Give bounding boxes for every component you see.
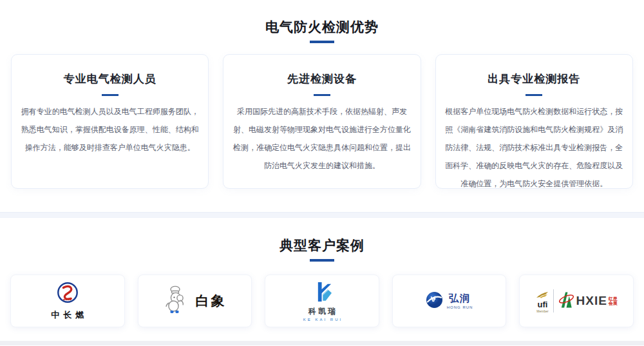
ufi-member-label: Member (536, 309, 548, 313)
card-title: 出具专业检测报告 (436, 72, 632, 86)
section-divider-band (0, 212, 644, 218)
customer-logo-zhongchangran: 中长燃 (10, 274, 125, 327)
advantage-card-report: 出具专业检测报告 根据客户单位现场电气防火检测数据和运行状态，按照《湖南省建筑消… (435, 54, 633, 189)
hxie-green-mark-icon (558, 290, 574, 312)
advantages-title: 电气防火检测优势 (0, 19, 644, 34)
baixiang-elephant-mascot-icon (163, 285, 190, 317)
advantage-card-personnel: 专业电气检测人员 拥有专业的电气检测人员以及电气工程师服务团队，熟悉电气知识，掌… (11, 54, 209, 189)
advantage-card-row: 专业电气检测人员 拥有专业的电气检测人员以及电气工程师服务团队，熟悉电气知识，掌… (0, 54, 644, 189)
ufi-logo-text: ufi (538, 301, 548, 309)
customer-logo-baixiang: 白象 (138, 274, 252, 327)
card-title: 先进检测设备 (223, 72, 420, 86)
card-underline-bar (102, 94, 118, 96)
hxie-seal-bottom: 会展 (609, 301, 618, 305)
card-body-text: 拥有专业的电气检测人员以及电气工程师服务团队，熟悉电气知识，掌握供配电设备原理、… (12, 102, 208, 157)
card-body-text: 采用国际先进的高新技术手段，依据热辐射、声发射、电磁发射等物理现象对电气设施进行… (223, 102, 420, 175)
hongrun-globe-icon (426, 291, 443, 311)
customer-logo-row: 中长燃 (0, 274, 644, 327)
ufi-wings-icon (535, 289, 549, 301)
hxie-seal-top: 红星 (609, 296, 618, 301)
kekairui-logo-text: 科凯瑞 (308, 306, 337, 317)
advantage-card-equipment: 先进检测设备 采用国际先进的高新技术手段，依据热辐射、声发射、电磁发射等物理现象… (223, 54, 421, 189)
title-underline-bar (310, 259, 334, 262)
customer-logo-kekairui: 科凯瑞 KE KAI RUI (265, 274, 379, 327)
hongrun-logo-text: 弘润 (449, 293, 471, 305)
logo-vertical-divider (553, 289, 554, 312)
title-underline-bar (310, 41, 334, 43)
card-body-text: 根据客户单位现场电气防火检测数据和运行状态，按照《湖南省建筑消防设施和电气防火检… (436, 102, 632, 193)
bottom-gray-band (0, 341, 644, 345)
kekairui-logo-subtext: KE KAI RUI (303, 318, 343, 322)
card-underline-bar (314, 94, 330, 96)
zhongchangran-logo-text: 中长燃 (51, 309, 88, 321)
card-title: 专业电气检测人员 (12, 72, 208, 86)
baixiang-logo-text: 白象 (195, 292, 226, 310)
card-underline-bar (526, 94, 542, 96)
kekairui-k-mark-icon (312, 281, 332, 305)
customer-logo-hongrun: 弘润 HONG RUN (392, 274, 507, 327)
customer-logo-ufi-hxie: ufi Member HXIE 红星 会展 (519, 274, 634, 327)
hxie-logo-text: HXIE (576, 294, 607, 308)
cases-title: 典型客户案例 (0, 238, 644, 253)
zhongchangran-logo-icon (55, 281, 80, 308)
advantages-section: 电气防火检测优势 专业电气检测人员 拥有专业的电气检测人员以及电气工程师服务团队… (0, 0, 644, 189)
customer-cases-section: 典型客户案例 中长燃 (0, 238, 644, 327)
hongrun-logo-subtext: HONG RUN (447, 305, 473, 309)
hxie-red-seal: 红星 会展 (609, 296, 618, 305)
